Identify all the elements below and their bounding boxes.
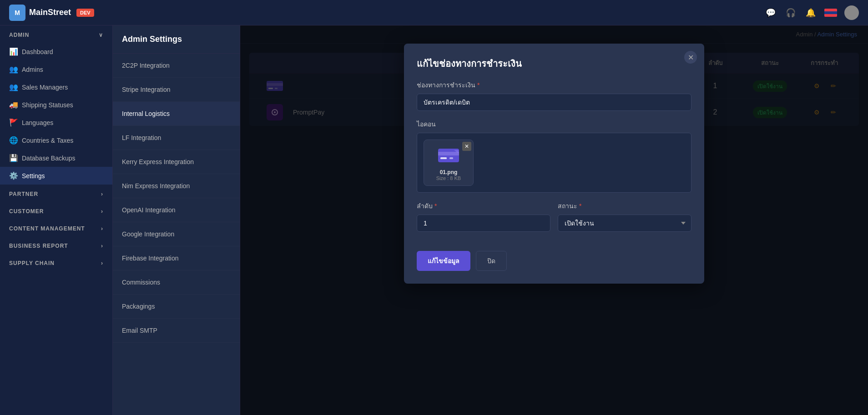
language-flag[interactable] xyxy=(824,9,837,17)
order-input[interactable] xyxy=(417,215,550,232)
main-content: Admin / Admin Settings ลำดับ สถานะ การกร… xyxy=(240,25,868,415)
sidebar: ADMIN ∨ 📊 Dashboard 👥 Admins 👥 Sales Man… xyxy=(0,25,113,415)
bell-icon[interactable]: 🔔 xyxy=(804,6,817,19)
chat-icon[interactable]: 💬 xyxy=(764,6,777,19)
content-area: Admin Settings 2C2P Integration Stripe I… xyxy=(113,25,868,415)
env-badge: DEV xyxy=(76,9,94,17)
content-management-section-header[interactable]: CONTENT MANAGEMENT › xyxy=(0,219,112,236)
admin-section-header[interactable]: ADMIN ∨ xyxy=(0,25,112,43)
settings-item-nim[interactable]: Nim Express Integration xyxy=(113,174,240,198)
sidebar-item-label: Settings xyxy=(22,172,45,180)
settings-item-label: LF Integration xyxy=(122,134,161,141)
modal-footer: แก้ไขข้อมูล ปิด xyxy=(417,251,691,271)
settings-item-openai[interactable]: OpenAI Integration xyxy=(113,198,240,222)
sidebar-item-label: Shipping Statuses xyxy=(22,101,73,109)
icon-file-card: ✕ 01.pn xyxy=(424,140,474,186)
sidebar-item-sales-managers[interactable]: 👥 Sales Managers xyxy=(0,78,112,96)
sidebar-item-label: Admins xyxy=(22,66,43,73)
sidebar-item-database-backups[interactable]: 💾 Database Backups xyxy=(0,149,112,167)
admin-section-label: ADMIN xyxy=(9,32,29,38)
sidebar-item-label: Dashboard xyxy=(22,48,53,55)
customer-label: CUSTOMER xyxy=(9,208,44,215)
settings-item-2c2p[interactable]: 2C2P Integration xyxy=(113,54,240,78)
icon-group: ไอคอน ✕ xyxy=(417,119,691,193)
icon-preview xyxy=(434,145,463,166)
settings-panel: Admin Settings 2C2P Integration Stripe I… xyxy=(113,25,240,415)
settings-item-google[interactable]: Google Integration xyxy=(113,222,240,246)
settings-item-label: Stripe Integration xyxy=(122,86,171,93)
remove-file-button[interactable]: ✕ xyxy=(462,142,471,151)
partner-section-header[interactable]: PARTNER › xyxy=(0,185,112,202)
supply-chain-chevron-icon: › xyxy=(101,260,103,266)
content-management-chevron-icon: › xyxy=(101,225,103,232)
save-button[interactable]: แก้ไขข้อมูล xyxy=(417,251,470,271)
file-size: Size : 8 KB xyxy=(436,175,461,181)
customer-section-header[interactable]: CUSTOMER › xyxy=(0,202,112,219)
app-name: MainStreet xyxy=(29,8,71,17)
sidebar-item-shipping-statuses[interactable]: 🚚 Shipping Statuses xyxy=(0,96,112,114)
icon-label: ไอคอน xyxy=(417,119,691,129)
settings-item-kerry[interactable]: Kerry Express Integration xyxy=(113,150,240,174)
headset-icon[interactable]: 🎧 xyxy=(784,6,797,19)
sidebar-item-admins[interactable]: 👥 Admins xyxy=(0,60,112,78)
customer-chevron-icon: › xyxy=(101,208,103,215)
settings-item-lf[interactable]: LF Integration xyxy=(113,126,240,150)
shipping-icon: 🚚 xyxy=(9,100,17,109)
topbar-actions: 💬 🎧 🔔 xyxy=(764,5,859,20)
sidebar-item-languages[interactable]: 🚩 Languages xyxy=(0,114,112,131)
languages-icon: 🚩 xyxy=(9,118,17,127)
app-logo[interactable]: M MainStreet xyxy=(9,5,71,21)
topbar: M MainStreet DEV 💬 🎧 🔔 xyxy=(0,0,868,25)
settings-item-label: 2C2P Integration xyxy=(122,62,170,69)
logo-icon: M xyxy=(9,5,25,21)
sidebar-item-label: Languages xyxy=(22,119,53,126)
order-group: ลำดับ* xyxy=(417,201,550,232)
settings-item-email-smtp[interactable]: Email SMTP xyxy=(113,319,240,343)
settings-item-label: Commissions xyxy=(122,279,160,286)
sidebar-item-dashboard[interactable]: 📊 Dashboard xyxy=(0,43,112,60)
edit-payment-modal: แก้ไขช่องทางการชำระเงิน ✕ ช่องทางการชำระ… xyxy=(404,44,704,284)
payment-channel-input[interactable] xyxy=(417,94,691,111)
sidebar-item-settings[interactable]: ⚙️ Settings xyxy=(0,167,112,185)
settings-item-label: Firebase Integration xyxy=(122,255,179,262)
backups-icon: 💾 xyxy=(9,154,17,162)
admin-section: ADMIN ∨ 📊 Dashboard 👥 Admins 👥 Sales Man… xyxy=(0,25,112,185)
close-button[interactable]: ปิด xyxy=(476,251,507,271)
modal-close-button[interactable]: ✕ xyxy=(684,51,697,64)
svg-rect-10 xyxy=(449,157,453,159)
payment-channel-group: ช่องทางการชำระเงิน* xyxy=(417,80,691,111)
settings-item-label: Packagings xyxy=(122,303,155,310)
sidebar-item-label: Sales Managers xyxy=(22,84,68,91)
settings-item-stripe[interactable]: Stripe Integration xyxy=(113,78,240,102)
status-label: สถานะ* xyxy=(558,201,691,211)
settings-item-label: Email SMTP xyxy=(122,327,157,334)
main-layout: ADMIN ∨ 📊 Dashboard 👥 Admins 👥 Sales Man… xyxy=(0,25,868,415)
business-report-chevron-icon: › xyxy=(101,243,103,249)
settings-item-label: OpenAI Integration xyxy=(122,206,176,214)
countries-icon: 🌐 xyxy=(9,136,17,145)
svg-rect-9 xyxy=(440,157,447,159)
sidebar-item-label: Countries & Taxes xyxy=(22,137,73,144)
status-group: สถานะ* เปิดใช้งาน ปิดใช้งาน xyxy=(558,201,691,232)
supply-chain-section-header[interactable]: SUPPLY CHAIN › xyxy=(0,254,112,271)
content-management-label: CONTENT MANAGEMENT xyxy=(9,225,85,232)
icon-upload-area[interactable]: ✕ 01.pn xyxy=(417,133,691,193)
modal-title: แก้ไขช่องทางการชำระเงิน xyxy=(417,56,691,71)
settings-item-label: Google Integration xyxy=(122,230,174,238)
settings-item-label: Kerry Express Integration xyxy=(122,158,194,165)
settings-item-commissions[interactable]: Commissions xyxy=(113,270,240,295)
settings-panel-title: Admin Settings xyxy=(113,25,240,54)
sidebar-item-countries-taxes[interactable]: 🌐 Countries & Taxes xyxy=(0,131,112,149)
dashboard-icon: 📊 xyxy=(9,47,17,56)
order-status-row: ลำดับ* สถานะ* เปิดใช้งาน ปิดใช้งาน xyxy=(417,201,691,240)
settings-item-firebase[interactable]: Firebase Integration xyxy=(113,246,240,270)
status-select[interactable]: เปิดใช้งาน ปิดใช้งาน xyxy=(558,215,691,232)
settings-item-internal-logistics[interactable]: Internal Logistics xyxy=(113,102,240,126)
supply-chain-label: SUPPLY CHAIN xyxy=(9,260,55,266)
user-avatar[interactable] xyxy=(844,5,859,20)
settings-item-packagings[interactable]: Packagings xyxy=(113,295,240,319)
business-report-section-header[interactable]: BUSINESS REPORT › xyxy=(0,236,112,254)
credit-card-preview-icon xyxy=(438,147,459,164)
sidebar-item-label: Database Backups xyxy=(22,155,76,162)
business-report-label: BUSINESS REPORT xyxy=(9,243,68,249)
